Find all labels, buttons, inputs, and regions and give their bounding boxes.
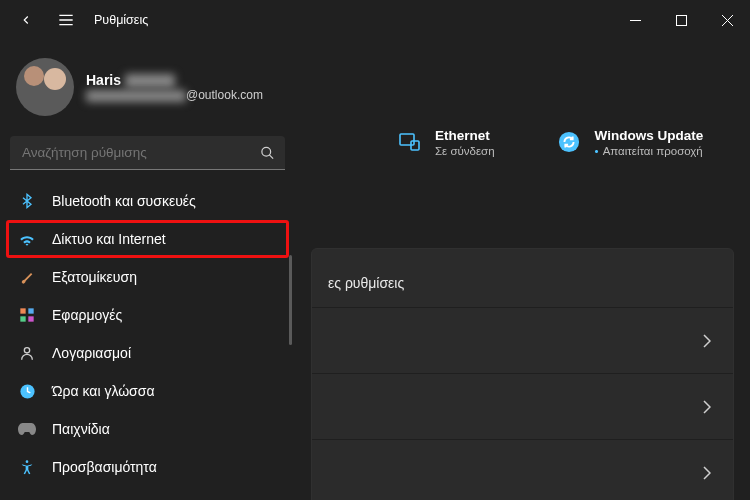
settings-panel: ες ρυθμίσεις — [311, 248, 734, 500]
svg-rect-3 — [28, 308, 33, 313]
sidebar-item-label: Bluetooth και συσκευές — [52, 193, 196, 209]
brush-icon — [18, 268, 36, 286]
search-input[interactable] — [10, 136, 285, 170]
panel-header: ες ρυθμίσεις — [312, 249, 733, 307]
maximize-button[interactable] — [658, 0, 704, 40]
sidebar-item-label: Εξατομίκευση — [52, 269, 137, 285]
svg-rect-4 — [20, 316, 25, 321]
main-area: Ethernet Σε σύνδεση Windows Update •Απαι… — [295, 40, 750, 500]
close-icon — [722, 15, 733, 26]
user-name-visible: Haris — [86, 72, 121, 88]
status-windows-update[interactable]: Windows Update •Απαιτείται προσοχή — [555, 128, 704, 157]
minimize-button[interactable] — [612, 0, 658, 40]
close-button[interactable] — [704, 0, 750, 40]
ethernet-icon — [395, 128, 423, 156]
search-icon[interactable] — [260, 146, 275, 161]
window-controls — [612, 0, 750, 40]
titlebar: Ρυθμίσεις — [0, 0, 750, 40]
accessibility-icon — [18, 458, 36, 476]
sidebar-item-bluetooth[interactable]: Bluetooth και συσκευές — [6, 182, 289, 220]
svg-point-6 — [24, 348, 29, 353]
sidebar-item-label: Δίκτυο και Internet — [52, 231, 166, 247]
user-email-redacted — [86, 90, 186, 102]
svg-point-1 — [262, 147, 271, 156]
menu-button[interactable] — [54, 8, 78, 32]
svg-rect-2 — [20, 308, 25, 313]
status-title: Ethernet — [435, 128, 495, 143]
svg-point-11 — [559, 132, 579, 152]
sidebar-item-gaming[interactable]: Παιχνίδια — [6, 410, 289, 448]
wifi-icon — [18, 230, 36, 248]
sidebar-item-network[interactable]: Δίκτυο και Internet — [6, 220, 289, 258]
chevron-right-icon — [703, 466, 711, 480]
status-title: Windows Update — [595, 128, 704, 143]
maximize-icon — [676, 15, 687, 26]
chevron-right-icon — [703, 400, 711, 414]
sidebar-item-time-language[interactable]: Ώρα και γλώσσα — [6, 372, 289, 410]
sidebar-item-label: Λογαριασμοί — [52, 345, 131, 361]
chevron-right-icon — [703, 334, 711, 348]
panel-row[interactable] — [312, 373, 733, 439]
svg-point-8 — [26, 460, 29, 463]
panel-row[interactable] — [312, 307, 733, 373]
panel-row[interactable] — [312, 439, 733, 500]
user-name-redacted — [125, 74, 175, 88]
gaming-icon — [18, 420, 36, 438]
avatar — [16, 58, 74, 116]
minimize-icon — [630, 15, 641, 26]
sidebar-item-label: Ώρα και γλώσσα — [52, 383, 155, 399]
status-sub: •Απαιτείται προσοχή — [595, 145, 704, 157]
user-email-suffix: @outlook.com — [186, 88, 263, 102]
person-icon — [18, 344, 36, 362]
time-lang-icon — [18, 382, 36, 400]
sidebar-item-label: Παιχνίδια — [52, 421, 110, 437]
update-icon — [555, 128, 583, 156]
sidebar-scrollbar[interactable] — [289, 255, 292, 345]
status-ethernet[interactable]: Ethernet Σε σύνδεση — [395, 128, 495, 157]
svg-rect-0 — [676, 15, 686, 25]
sidebar-item-accessibility[interactable]: Προσβασιμότητα — [6, 448, 289, 486]
user-name: Haris — [86, 72, 263, 88]
svg-rect-9 — [400, 134, 414, 145]
back-button[interactable] — [14, 8, 38, 32]
menu-icon — [58, 14, 74, 26]
sidebar-item-label: Προσβασιμότητα — [52, 459, 157, 475]
sidebar-item-label: Εφαρμογές — [52, 307, 122, 323]
sidebar-item-personalization[interactable]: Εξατομίκευση — [6, 258, 289, 296]
search-box — [10, 136, 285, 170]
apps-icon — [18, 306, 36, 324]
user-email: @outlook.com — [86, 88, 263, 102]
app-title: Ρυθμίσεις — [94, 13, 148, 27]
sidebar-item-accounts[interactable]: Λογαριασμοί — [6, 334, 289, 372]
sidebar-nav: Bluetooth και συσκευές Δίκτυο και Intern… — [0, 182, 295, 486]
status-sub: Σε σύνδεση — [435, 145, 495, 157]
sidebar: Haris @outlook.com Bluetooth και συσκευέ… — [0, 40, 295, 500]
bluetooth-icon — [18, 192, 36, 210]
sidebar-item-apps[interactable]: Εφαρμογές — [6, 296, 289, 334]
svg-rect-5 — [28, 316, 33, 321]
user-block[interactable]: Haris @outlook.com — [0, 48, 295, 132]
back-icon — [19, 13, 33, 27]
status-row: Ethernet Σε σύνδεση Windows Update •Απαι… — [395, 128, 703, 157]
